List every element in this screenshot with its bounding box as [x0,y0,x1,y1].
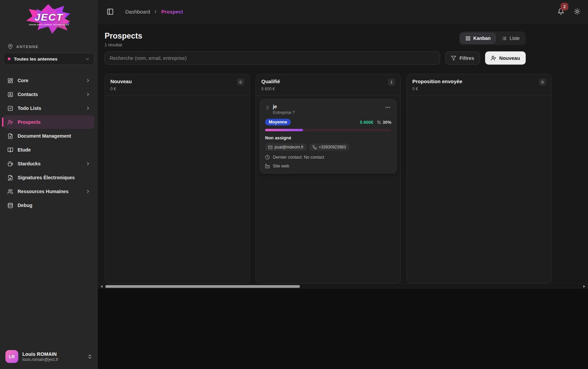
tab-kanban[interactable]: Kanban [460,33,496,44]
users-icon [7,189,13,194]
sidebar-item-signatures-electroniques[interactable]: Signatures Électroniques [3,171,94,184]
chevron-right-icon [153,9,158,14]
search-input[interactable] [105,51,440,65]
phone-value: +33930923983 [319,145,346,149]
email-chip[interactable]: pual@mdeom.fr [265,143,307,151]
column-title: Nouveau [110,78,132,84]
sidebar-item-label: Signatures Électroniques [18,175,90,180]
sidebar-item-core[interactable]: Core [3,74,94,87]
sidebar-item-label: Prospects [18,119,90,125]
column-title: Qualifié [261,78,280,84]
probability-value: 30% [383,120,391,125]
scrollbar-thumb[interactable] [105,285,300,288]
clock-icon [265,155,270,160]
antenne-select-value: Toutes les antennes [14,56,82,62]
chevron-down-icon [85,56,90,62]
tab-kanban-label: Kanban [473,36,491,41]
sidebar-item-debug[interactable]: Debug [3,199,94,212]
sidebar-item-starducks[interactable]: Starducks [3,157,94,170]
file-pen-icon [7,175,13,181]
building-icon [265,164,270,168]
empty-background [98,289,588,369]
coffee-icon [7,161,13,167]
phone-icon [312,145,317,149]
chevron-right-icon [86,92,90,97]
sidebar-item-ressources-humaines[interactable]: Ressources Humaines [3,185,94,198]
notification-count-badge: 2 [561,3,568,10]
notifications-button[interactable]: 2 [558,8,564,15]
theme-toggle-button[interactable] [574,8,581,15]
sidebar-item-label: Todo Lists [18,106,81,111]
tab-liste[interactable]: Liste [497,33,524,43]
contact-card-icon [7,92,13,97]
user-email: louis.romain@ject.fr [22,357,83,362]
column-count-badge: 0 [237,78,244,86]
chevron-right-icon [86,161,90,166]
sidebar-item-document-management[interactable]: Document Management [3,129,94,143]
map-pin-icon [7,44,13,49]
column-count-badge: 1 [388,78,395,86]
user-menu[interactable]: LR Louis ROMAIN louis.romain@ject.fr [0,345,98,369]
result-count: 1 résultat [105,43,142,47]
sidebar-item-label: Ressources Humaines [18,189,81,194]
logo-text: JECT [20,11,78,23]
sidebar-item-etude[interactable]: Etude [3,143,94,157]
sidebar-item-label: Debug [18,203,90,208]
probability: 30% [377,120,391,125]
new-prospect-button[interactable]: Nouveau [485,51,526,65]
tab-liste-label: Liste [509,36,520,41]
sidebar-item-prospects[interactable]: Prospects [3,115,94,129]
progress-fill [265,129,303,131]
breadcrumb-prospect[interactable]: Prospect [161,9,183,15]
sidebar-item-todo-lists[interactable]: Todo Lists [3,101,94,115]
funnel-icon [451,55,456,61]
sidebar-nav: Core Contacts Todo Lists Prospects Docum… [0,74,98,212]
website-link[interactable]: Site web [265,164,391,168]
database-icon [7,203,13,208]
scroll-right-arrow[interactable] [583,285,585,288]
antenne-section-text: ANTENNE [16,45,39,49]
scroll-left-arrow[interactable] [101,285,103,288]
sidebar-item-label: Document Management [18,133,90,139]
priority-badge: Moyenne [265,119,291,125]
breadcrumb-dashboard[interactable]: Dashboard [125,9,150,15]
card-menu-button[interactable] [384,104,391,111]
chevrons-up-down-icon [87,354,92,359]
sidebar-item-contacts[interactable]: Contacts [3,88,94,101]
toolbar: Filtres Nouveau [105,51,526,65]
sidebar-item-label: Core [18,78,81,83]
column-body [407,95,551,103]
check-square-icon [7,106,13,111]
chevron-right-icon [86,189,90,194]
column-title: Proposition envoyée [412,78,462,84]
sidebar-item-label: Contacts [18,92,81,97]
filters-button[interactable]: Filtres [445,51,480,65]
sidebar-toggle-button[interactable] [105,7,115,17]
antenne-select[interactable]: Toutes les antennes [3,53,94,65]
sidebar-item-label: Etude [18,147,90,153]
view-toggle: Kanban Liste [459,31,526,45]
file-text-icon [7,133,13,139]
user-name: Louis ROMAIN [22,351,83,357]
prospect-amount: 5 600€ [360,120,373,125]
prospect-card[interactable]: je Entreprise ? Moyenne 5 600€ [260,99,397,174]
prospect-name: je [273,104,295,109]
dashboard-icon [7,78,13,84]
antenne-status-dot [8,57,10,60]
app-logo[interactable]: JECT JUNIOR EPITA CONSEIL TECHNOLOGIES [20,3,78,35]
column-count-badge: 0 [539,78,546,86]
new-label: Nouveau [499,55,520,61]
user-plus-icon [491,55,496,61]
last-contact-text: Dernier contact: No contact [273,155,324,160]
website-label: Site web [273,164,289,168]
main-area: Dashboard Prospect 2 Prospects 1 résulta… [98,0,588,369]
kanban-column-proposition-envoyee: Proposition envoyée 0 0 € [407,74,552,283]
kanban-board: Nouveau 0 0 € Qualifié 1 5 600 € [105,74,581,283]
kanban-column-qualifie: Qualifié 1 5 600 € je Entrepri [256,74,401,283]
content: Prospects 1 résultat Kanban Liste [98,23,588,283]
column-amount: 5 600 € [261,87,395,91]
filters-label: Filtres [459,55,474,61]
horizontal-scrollbar[interactable] [98,283,588,289]
drag-handle-icon[interactable] [265,105,270,111]
phone-chip[interactable]: +33930923983 [309,143,349,151]
